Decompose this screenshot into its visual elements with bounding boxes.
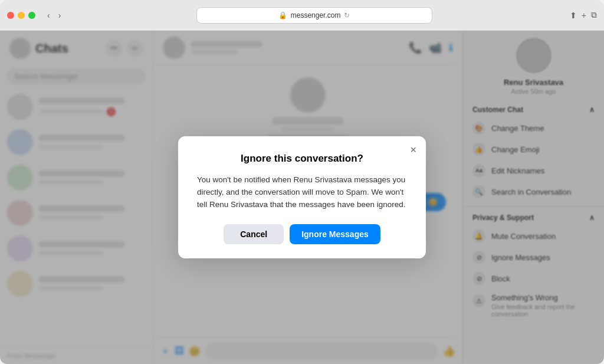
traffic-lights	[7, 12, 35, 19]
browser-chrome: ‹ › 🔒 messenger.com ↻ ⬆ + ⧉	[0, 0, 604, 31]
address-bar[interactable]: 🔒 messenger.com ↻	[196, 7, 432, 24]
browser-actions: ⬆ + ⧉	[570, 10, 597, 20]
security-icon: 🔒	[278, 11, 287, 19]
modal-body: You won't be notified when Renu Srivasta…	[197, 174, 407, 211]
ignore-modal: Ignore this conversation? × You won't be…	[178, 136, 426, 258]
cancel-button[interactable]: Cancel	[224, 224, 284, 244]
app-container: Chats ••• ✏ Search Messenger 3	[0, 31, 604, 364]
new-tab-icon[interactable]: +	[582, 11, 586, 20]
modal-title: Ignore this conversation?	[197, 153, 407, 165]
forward-button[interactable]: ›	[56, 9, 64, 21]
refresh-icon[interactable]: ↻	[344, 11, 350, 19]
modal-overlay: Ignore this conversation? × You won't be…	[0, 31, 604, 364]
back-button[interactable]: ‹	[45, 9, 52, 21]
close-traffic-light[interactable]	[7, 12, 14, 19]
ignore-messages-button[interactable]: Ignore Messages	[290, 224, 380, 244]
share-icon[interactable]: ⬆	[570, 11, 577, 20]
minimize-traffic-light[interactable]	[18, 12, 25, 19]
browser-nav-controls: ‹ ›	[45, 9, 63, 21]
maximize-traffic-light[interactable]	[28, 12, 35, 19]
modal-actions: Cancel Ignore Messages	[197, 224, 407, 244]
url-text: messenger.com	[291, 11, 341, 19]
tabs-icon[interactable]: ⧉	[591, 10, 597, 20]
modal-close-button[interactable]: ×	[410, 145, 416, 155]
